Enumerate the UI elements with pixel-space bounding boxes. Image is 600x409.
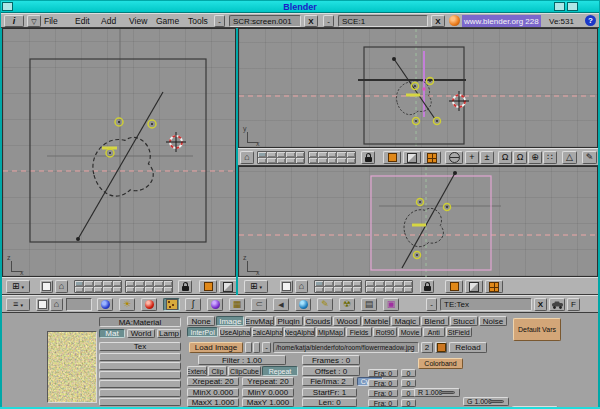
scene-minus-button[interactable]: - — [323, 15, 334, 27]
type-wood-button[interactable]: Wood — [333, 316, 361, 326]
lamp-dot[interactable] — [76, 237, 80, 241]
help-icon[interactable]: ? — [585, 15, 596, 26]
edit-buttons-button[interactable]: ▦ — [229, 298, 245, 311]
home-button[interactable]: ⌂ — [55, 280, 68, 293]
layer-cell[interactable] — [353, 281, 361, 286]
layer-cell[interactable] — [154, 287, 162, 292]
fra-number[interactable]: Fra: 0 — [368, 389, 398, 397]
layer-cell[interactable] — [103, 287, 111, 292]
scene-name-field[interactable]: SCE:1 — [338, 15, 428, 27]
texture-channel-empty[interactable] — [99, 371, 181, 379]
len-number[interactable]: Len: 0 — [302, 398, 357, 407]
knife-button[interactable]: ✎ — [582, 151, 597, 164]
layer-cell[interactable] — [286, 158, 294, 163]
full-window-button[interactable] — [36, 298, 49, 311]
face-select-button[interactable]: △ — [562, 151, 577, 164]
center-button[interactable]: ⊕ — [528, 151, 542, 164]
fra-number[interactable]: Fra: 0 — [368, 399, 398, 407]
layer-cell[interactable] — [343, 281, 351, 286]
screen-close-button[interactable]: X — [304, 15, 318, 27]
full-window-button[interactable] — [40, 280, 53, 293]
mode-dropdown[interactable] — [199, 280, 217, 293]
repeat-button[interactable]: Repeat — [262, 366, 298, 376]
screen-minus-button[interactable]: - — [214, 15, 225, 27]
viewport-front[interactable]: z x — [2, 28, 236, 277]
miny-number[interactable]: MinY 0.000 — [242, 388, 294, 397]
layer-cell[interactable] — [126, 287, 134, 292]
lamp-dot[interactable] — [453, 171, 457, 175]
layer-cell[interactable] — [309, 152, 317, 157]
type-stucci-button[interactable]: Stucci — [450, 316, 478, 326]
texture-name-field[interactable]: TE:Tex — [440, 298, 532, 311]
g-slider[interactable]: G 1.000 — [463, 397, 509, 406]
layer-cell[interactable] — [296, 152, 304, 157]
layer-cell[interactable] — [113, 281, 121, 286]
layer-cell[interactable] — [353, 287, 361, 292]
layer-cell[interactable] — [334, 287, 342, 292]
window-menu-box[interactable] — [2, 2, 13, 11]
window-type-dropdown[interactable]: ⊞ ▾ — [244, 280, 268, 293]
sequencer-buttons-button[interactable]: ▤ — [361, 298, 377, 311]
layer-cell[interactable] — [366, 287, 374, 292]
layer-cell[interactable] — [286, 152, 294, 157]
layer-cell[interactable] — [84, 281, 92, 286]
layer-cell[interactable] — [103, 281, 111, 286]
layer-cell[interactable] — [337, 152, 345, 157]
layer-cell[interactable] — [328, 152, 336, 157]
layer-buttons[interactable] — [257, 151, 305, 164]
minx-number[interactable]: MinX 0.000 — [187, 388, 239, 397]
rotate-button[interactable]: Ω — [498, 151, 512, 164]
menu-game[interactable]: Game — [156, 16, 179, 26]
menu-edit[interactable]: Edit — [75, 16, 90, 26]
maxx-number[interactable]: MaxX 1.000 — [187, 398, 239, 407]
layer-cell[interactable] — [347, 158, 355, 163]
layer-cell[interactable] — [334, 281, 342, 286]
colorband-button[interactable]: Colorband — [418, 358, 463, 369]
image-path-field[interactable]: /home/katja/blenderfoto/room/flowermeado… — [273, 342, 419, 353]
layer-cell[interactable] — [94, 287, 102, 292]
frames-number[interactable]: Frames : 0 — [302, 355, 360, 365]
fake-user-button[interactable]: F — [567, 298, 580, 311]
viewport-top[interactable]: y x — [238, 28, 598, 148]
layer-cell[interactable] — [394, 287, 402, 292]
layer-cell[interactable] — [145, 287, 153, 292]
lattice-outline[interactable] — [371, 176, 491, 270]
shading-dropdown[interactable] — [445, 151, 463, 164]
layer-cell[interactable] — [328, 158, 336, 163]
3d-cursor[interactable] — [166, 132, 186, 152]
layer-cell[interactable] — [145, 281, 153, 286]
filter-number[interactable]: Filter : 1.00 — [198, 355, 286, 365]
fields-button[interactable]: Fields — [346, 327, 372, 337]
drawtype-dropdown[interactable] — [219, 280, 236, 293]
layer-cell[interactable] — [126, 281, 134, 286]
maxy-number[interactable]: MaxY 1.000 — [242, 398, 294, 407]
xrepeat-number[interactable]: Xrepeat: 20 — [187, 377, 239, 386]
fieima-number[interactable]: Fie/Ima: 2 — [302, 377, 354, 386]
layer-buttons[interactable] — [125, 280, 173, 293]
layer-cell[interactable] — [375, 287, 383, 292]
image-browse-button[interactable] — [245, 342, 252, 353]
context-lamp-button[interactable]: Lamp — [157, 329, 181, 338]
offset-number[interactable]: Offset : 0 — [302, 366, 360, 376]
lattice-vertex[interactable] — [423, 88, 426, 91]
full-window-button[interactable] — [280, 280, 293, 293]
movie-button[interactable]: Movie — [398, 327, 422, 337]
paint-buttons-button[interactable]: ✎ — [317, 298, 333, 311]
texture-channel-button[interactable]: Tex — [99, 342, 181, 351]
layer-cell[interactable] — [343, 287, 351, 292]
display-buttons-button[interactable]: ▣ — [383, 298, 399, 311]
pivot-dropdown[interactable] — [423, 151, 441, 164]
image-browse-button[interactable] — [253, 342, 260, 353]
type-plugin-button[interactable]: Plugin — [275, 316, 303, 326]
texture-buttons-button[interactable] — [163, 298, 180, 311]
texture-minus-button[interactable]: - — [426, 298, 437, 311]
window-type-dropdown[interactable]: ≡ ▾ — [6, 298, 30, 311]
texture-unlink-button[interactable]: X — [534, 298, 547, 311]
mode-dropdown[interactable] — [383, 151, 401, 164]
layer-cell[interactable] — [318, 158, 326, 163]
layer-cell[interactable] — [135, 287, 143, 292]
type-blend-button[interactable]: Blend — [421, 316, 449, 326]
context-mat-button[interactable]: Mat — [99, 329, 125, 338]
window-type-dropdown[interactable]: ⊞ ▾ — [6, 280, 30, 293]
texture-channel-empty[interactable] — [99, 353, 181, 361]
